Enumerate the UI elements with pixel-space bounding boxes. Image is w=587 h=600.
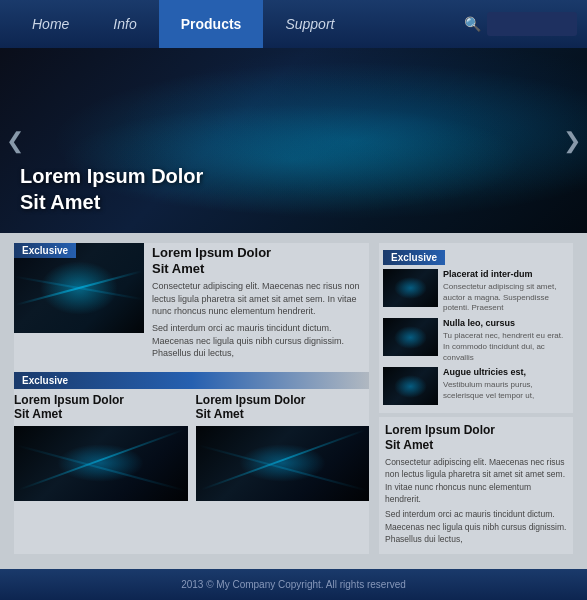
hero-section: ❮ Lorem Ipsum Dolor Sit Amet ❯ bbox=[0, 48, 587, 233]
card-para2: Sed interdum orci ac mauris tincidunt di… bbox=[152, 322, 369, 360]
nav-support[interactable]: Support bbox=[263, 0, 356, 48]
glow-effect bbox=[394, 326, 427, 349]
sidebar-thumb-1 bbox=[383, 269, 438, 307]
exclusive-badge: Exclusive bbox=[14, 243, 76, 258]
search-area: 🔍 bbox=[464, 12, 577, 36]
sidebar-top: Exclusive Placerat id inter-dum Consecte… bbox=[379, 243, 573, 413]
sidebar-bottom-title: Lorem Ipsum Dolor Sit Amet bbox=[385, 423, 567, 452]
card-main-text: Lorem Ipsum Dolor Sit Amet Consectetur a… bbox=[152, 243, 369, 366]
sidebar-item-3-text: Vestibulum mauris purus, scelerisque vel… bbox=[443, 380, 569, 402]
glow-effect bbox=[394, 375, 427, 398]
sidebar-thumb-3 bbox=[383, 367, 438, 405]
search-icon: 🔍 bbox=[464, 16, 481, 32]
footer: 2013 © My Company Copyright. All rights … bbox=[0, 569, 587, 600]
sidebar-item-3-title: Augue ultricies est, bbox=[443, 367, 569, 378]
sidebar-item-1-text: Consectetur adipiscing sit amet, auctor … bbox=[443, 282, 569, 314]
sidebar-text-2: Nulla leo, cursus Tu placerat nec, hendr… bbox=[443, 318, 569, 363]
sidebar-item-1: Placerat id inter-dum Consectetur adipis… bbox=[383, 269, 569, 314]
sidebar-item-2-title: Nulla leo, cursus bbox=[443, 318, 569, 329]
sidebar-item-3: Augue ultricies est, Vestibulum mauris p… bbox=[383, 367, 569, 405]
main-content: Exclusive Lorem Ipsum Dolor Sit Amet Con… bbox=[0, 233, 587, 572]
sidebar-right: Exclusive Placerat id inter-dum Consecte… bbox=[379, 243, 573, 554]
top-row: Exclusive Lorem Ipsum Dolor Sit Amet Con… bbox=[14, 243, 573, 554]
bottom-two-cards: Lorem Ipsum Dolor Sit Amet Lorem Ipsum D… bbox=[14, 393, 369, 501]
bottom-card-2-image bbox=[196, 426, 370, 501]
sidebar-bottom-para2: Sed interdum orci ac mauris tincidunt di… bbox=[385, 508, 567, 545]
sidebar-item-2-text: Tu placerat nec, hendrerit eu erat. In c… bbox=[443, 331, 569, 363]
nav-products[interactable]: Products bbox=[159, 0, 264, 48]
hero-text: Lorem Ipsum Dolor Sit Amet bbox=[20, 163, 203, 215]
hero-next-arrow[interactable]: ❯ bbox=[563, 128, 581, 154]
sidebar-bottom-card: Lorem Ipsum Dolor Sit Amet Consectetur a… bbox=[379, 417, 573, 554]
left-card: Exclusive Lorem Ipsum Dolor Sit Amet Con… bbox=[14, 243, 369, 554]
hero-prev-arrow[interactable]: ❮ bbox=[6, 128, 24, 154]
card-title: Lorem Ipsum Dolor Sit Amet bbox=[152, 245, 369, 276]
glow-effect bbox=[394, 277, 427, 300]
nav-home[interactable]: Home bbox=[10, 0, 91, 48]
sidebar-item-2: Nulla leo, cursus Tu placerat nec, hendr… bbox=[383, 318, 569, 363]
search-input[interactable] bbox=[487, 12, 577, 36]
bottom-card-1-image bbox=[14, 426, 188, 501]
footer-text: 2013 © My Company Copyright. All rights … bbox=[181, 579, 406, 590]
sidebar-text-3: Augue ultricies est, Vestibulum mauris p… bbox=[443, 367, 569, 401]
sidebar-bottom-para1: Consectetur adipiscing elit. Maecenas ne… bbox=[385, 456, 567, 505]
card-top-inner: Exclusive Lorem Ipsum Dolor Sit Amet Con… bbox=[14, 243, 369, 366]
bottom-card-2-title: Lorem Ipsum Dolor Sit Amet bbox=[196, 393, 370, 422]
sidebar-item-1-title: Placerat id inter-dum bbox=[443, 269, 569, 280]
sidebar-text-1: Placerat id inter-dum Consectetur adipis… bbox=[443, 269, 569, 314]
exclusive-banner: Exclusive bbox=[14, 372, 369, 389]
bottom-card-1: Lorem Ipsum Dolor Sit Amet bbox=[14, 393, 188, 501]
navbar: Home Info Products Support 🔍 bbox=[0, 0, 587, 48]
nav-info[interactable]: Info bbox=[91, 0, 158, 48]
card-main-image: Exclusive bbox=[14, 243, 144, 333]
bottom-card-2: Lorem Ipsum Dolor Sit Amet bbox=[196, 393, 370, 501]
bottom-card-1-title: Lorem Ipsum Dolor Sit Amet bbox=[14, 393, 188, 422]
hero-title: Lorem Ipsum Dolor Sit Amet bbox=[20, 163, 203, 215]
sidebar-thumb-2 bbox=[383, 318, 438, 356]
card-para1: Consectetur adipiscing elit. Maecenas ne… bbox=[152, 280, 369, 318]
sidebar-exclusive-badge: Exclusive bbox=[383, 250, 445, 265]
